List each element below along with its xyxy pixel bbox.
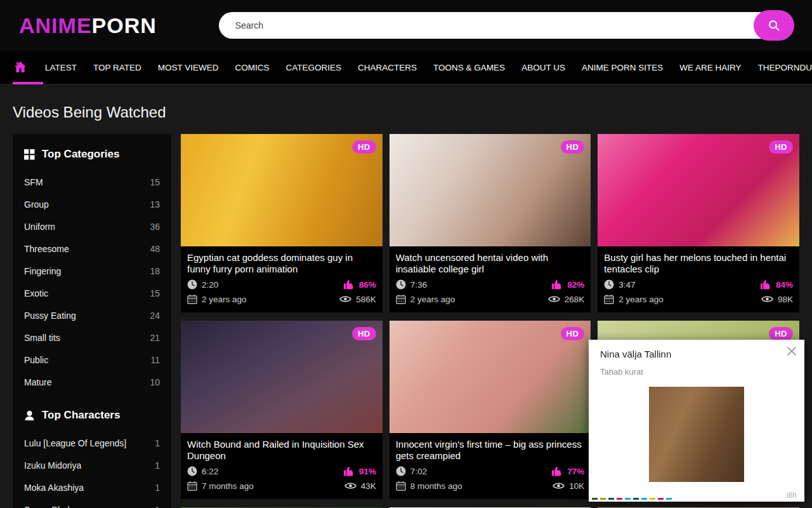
video-thumbnail[interactable]: HD <box>390 321 591 433</box>
calendar-icon <box>604 294 614 304</box>
clock-icon <box>396 279 406 290</box>
popup-ad-photo[interactable] <box>649 387 744 482</box>
color-dash <box>641 498 647 500</box>
video-views: 10K <box>569 481 584 491</box>
color-dash <box>608 498 614 500</box>
category-list-item[interactable]: SFM 15 <box>24 177 160 187</box>
video-age: 2 years ago <box>410 295 455 304</box>
sidebar: Top Categories SFM 15 Group 13 <box>13 134 171 508</box>
character-list-item[interactable]: Moka Akashiya 1 <box>24 483 160 493</box>
video-thumbnail[interactable]: HD <box>181 134 383 246</box>
hd-badge: HD <box>769 140 793 154</box>
category-label: Public <box>24 355 48 365</box>
nav-link[interactable]: ABOUT US <box>513 51 573 84</box>
nav-link[interactable]: ANIME PORN SITES <box>573 51 671 84</box>
category-list-item[interactable]: Threesome 48 <box>24 244 160 254</box>
thumb-up-icon <box>344 466 355 476</box>
ad-timer-label: i6h <box>787 491 797 500</box>
grid-icon <box>24 149 35 160</box>
nav-link[interactable]: COMICS <box>227 51 278 84</box>
category-list-item[interactable]: Pussy Eating 24 <box>24 311 160 321</box>
video-title[interactable]: Busty girl has her melons touched in hen… <box>604 252 793 275</box>
category-count: 24 <box>150 311 160 321</box>
eye-icon <box>761 295 773 304</box>
nav-link[interactable]: TOP RATED <box>85 51 150 84</box>
category-list-item[interactable]: Public 11 <box>24 355 160 365</box>
top-characters-title: Top Characters <box>42 409 120 422</box>
video-thumbnail[interactable]: HD <box>390 134 591 246</box>
character-count: 1 <box>155 505 160 508</box>
video-age: 7 months ago <box>202 481 254 491</box>
main-nav: LATEST TOP RATED MOST VIEWED COMICS CATE… <box>0 51 812 84</box>
nav-link[interactable]: MOST VIEWED <box>150 51 227 84</box>
nav-link[interactable]: TOONS & GAMES <box>425 51 513 84</box>
video-duration: 3:47 <box>619 280 635 290</box>
top-categories-title: Top Categories <box>42 148 119 161</box>
category-label: Pussy Eating <box>24 311 76 321</box>
color-dash <box>650 498 655 500</box>
close-x-icon[interactable] <box>787 346 797 356</box>
nav-link[interactable]: CHARACTERS <box>350 51 425 84</box>
category-list-item[interactable]: Uniform 36 <box>24 222 160 232</box>
category-list-item[interactable]: Small tits 21 <box>24 333 160 343</box>
video-card: HD Innocent virgin's first time – big as… <box>390 321 591 499</box>
color-dash <box>658 498 664 500</box>
site-logo[interactable]: ANIMEPORN <box>19 13 157 38</box>
video-age: 2 years ago <box>202 295 247 304</box>
video-likes: 86% <box>359 280 376 290</box>
eye-icon <box>548 295 560 304</box>
video-card: HD Egyptian cat goddess dominates guy in… <box>181 134 383 312</box>
nav-link[interactable]: LATEST <box>37 51 85 84</box>
character-list-item[interactable]: Lulu [League Of Legends] 1 <box>24 438 160 448</box>
popup-ad-subtitle: Tahab kurat <box>600 367 793 377</box>
video-title[interactable]: Egyptian cat goddess dominates guy in fu… <box>187 252 376 275</box>
category-list-item[interactable]: Fingering 18 <box>24 266 160 276</box>
category-list-item[interactable]: Exotic 15 <box>24 288 160 298</box>
category-count: 11 <box>150 355 160 365</box>
category-list-item[interactable]: Group 13 <box>24 199 160 210</box>
character-list-item[interactable]: Sonya Blade 1 <box>24 505 160 508</box>
eye-icon <box>553 481 565 490</box>
magnifier-icon <box>767 18 781 32</box>
video-card: HD Watch uncensored hentai video with in… <box>390 134 591 312</box>
video-thumbnail[interactable]: HD <box>181 321 383 433</box>
video-duration: 6:22 <box>202 467 218 476</box>
nav-home-link[interactable] <box>13 51 28 84</box>
calendar-icon <box>187 481 197 491</box>
video-title[interactable]: Innocent virgin's first time – big ass p… <box>396 439 585 462</box>
popup-ad: Nina välja Tallinn Tahab kurat i6h <box>589 340 804 502</box>
video-title[interactable]: Watch uncensored hentai video with insat… <box>396 252 585 275</box>
video-thumbnail[interactable]: HD <box>598 134 799 246</box>
site-header: ANIMEPORN <box>0 0 812 51</box>
category-count: 15 <box>150 288 160 298</box>
clock-icon <box>187 279 197 290</box>
category-list-item[interactable]: Mature 10 <box>24 377 160 387</box>
character-label: Izuku Midoriya <box>24 460 81 471</box>
video-views: 268K <box>565 295 585 304</box>
search-input[interactable] <box>219 12 793 39</box>
nav-link[interactable]: THEPORNDUDE <box>749 51 812 84</box>
hd-badge: HD <box>352 140 376 154</box>
thumb-up-icon <box>552 466 563 476</box>
nav-links: LATEST TOP RATED MOST VIEWED COMICS CATE… <box>37 51 812 84</box>
search-bar <box>219 12 793 39</box>
nav-link[interactable]: WE ARE HAIRY <box>671 51 749 84</box>
hd-badge: HD <box>561 140 585 154</box>
video-title[interactable]: Witch Bound and Railed in Inquisition Se… <box>187 439 376 462</box>
video-likes: 82% <box>567 280 584 290</box>
video-views: 586K <box>356 295 376 304</box>
popup-ad-title[interactable]: Nina välja Tallinn <box>600 349 793 359</box>
clock-icon <box>187 466 197 476</box>
category-label: Fingering <box>24 266 61 276</box>
category-count: 36 <box>150 222 160 232</box>
thumb-up-icon <box>761 279 771 290</box>
character-list-item[interactable]: Izuku Midoriya 1 <box>24 460 160 471</box>
category-count: 15 <box>150 177 160 187</box>
character-label: Sonya Blade <box>24 505 74 508</box>
video-age: 8 months ago <box>410 481 462 491</box>
nav-link[interactable]: CATEGORIES <box>278 51 350 84</box>
logo-text-secondary: PORN <box>92 13 157 37</box>
category-label: Small tits <box>24 333 60 343</box>
search-button[interactable] <box>754 10 794 41</box>
video-duration: 7:02 <box>410 467 427 476</box>
